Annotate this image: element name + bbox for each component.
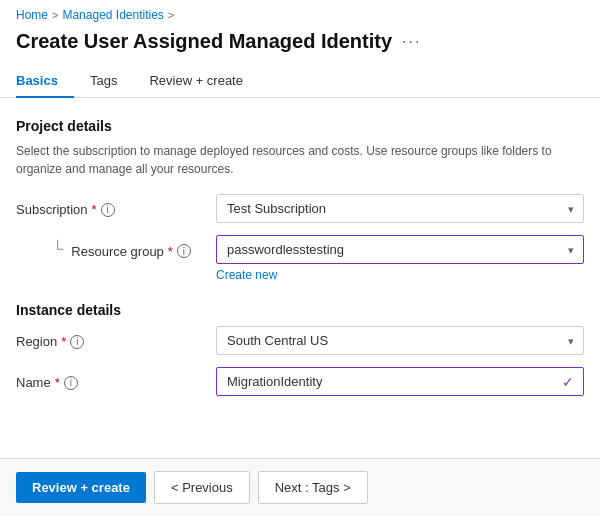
subscription-select[interactable]: Test Subscription (216, 194, 584, 223)
breadcrumb-sep2: > (168, 9, 174, 21)
resource-group-select[interactable]: passwordlesstesting (216, 235, 584, 264)
region-control: South Central US ▾ (216, 326, 584, 355)
subscription-required: * (92, 202, 97, 217)
resource-group-info-icon[interactable]: i (177, 244, 191, 258)
breadcrumb: Home > Managed Identities > (0, 0, 600, 26)
region-row: Region * i South Central US ▾ (16, 326, 584, 355)
region-required: * (61, 334, 66, 349)
create-new-link[interactable]: Create new (216, 268, 584, 282)
connector-line-icon: └ (52, 241, 63, 257)
name-required: * (55, 375, 60, 390)
breadcrumb-sep1: > (52, 9, 58, 21)
project-details-title: Project details (16, 118, 584, 134)
tab-tags[interactable]: Tags (90, 65, 133, 98)
subscription-row: Subscription * i Test Subscription ▾ (16, 194, 584, 223)
resource-group-label: Resource group (71, 244, 164, 259)
resource-group-control: passwordlesstesting ▾ Create new (216, 235, 584, 282)
form-content: Project details Select the subscription … (0, 98, 600, 428)
subscription-select-wrapper: Test Subscription ▾ (216, 194, 584, 223)
subscription-label-col: Subscription * i (16, 194, 216, 217)
resource-group-required: * (168, 244, 173, 259)
resource-group-row: └ Resource group * i passwordlesstesting… (16, 235, 584, 282)
name-check-icon: ✓ (562, 374, 574, 390)
more-options-icon[interactable]: ··· (402, 33, 421, 51)
review-create-button[interactable]: Review + create (16, 472, 146, 503)
region-select[interactable]: South Central US (216, 326, 584, 355)
name-label-col: Name * i (16, 367, 216, 390)
name-input[interactable] (216, 367, 584, 396)
subscription-label: Subscription (16, 202, 88, 217)
project-details-desc: Select the subscription to manage deploy… (16, 142, 576, 178)
footer: Review + create < Previous Next : Tags > (0, 458, 600, 516)
page-header: Create User Assigned Managed Identity ··… (0, 26, 600, 65)
name-input-wrapper: ✓ (216, 367, 584, 396)
subscription-info-icon[interactable]: i (101, 203, 115, 217)
previous-button[interactable]: < Previous (154, 471, 250, 504)
name-control: ✓ (216, 367, 584, 396)
tab-basics[interactable]: Basics (16, 65, 74, 98)
name-row: Name * i ✓ (16, 367, 584, 396)
next-button[interactable]: Next : Tags > (258, 471, 368, 504)
resource-group-select-wrapper: passwordlesstesting ▾ (216, 235, 584, 264)
instance-details-title: Instance details (16, 302, 584, 318)
page-title: Create User Assigned Managed Identity (16, 30, 392, 53)
breadcrumb-home[interactable]: Home (16, 8, 48, 22)
region-label-col: Region * i (16, 326, 216, 349)
resource-group-label-col: └ Resource group * i (16, 235, 216, 259)
tab-bar: Basics Tags Review + create (0, 65, 600, 98)
region-select-wrapper: South Central US ▾ (216, 326, 584, 355)
subscription-control: Test Subscription ▾ (216, 194, 584, 223)
region-info-icon[interactable]: i (70, 335, 84, 349)
breadcrumb-managed-identities[interactable]: Managed Identities (62, 8, 163, 22)
instance-details-section: Instance details Region * i South Centra… (16, 302, 584, 396)
tab-review-create[interactable]: Review + create (149, 65, 259, 98)
region-label: Region (16, 334, 57, 349)
name-info-icon[interactable]: i (64, 376, 78, 390)
name-label: Name (16, 375, 51, 390)
